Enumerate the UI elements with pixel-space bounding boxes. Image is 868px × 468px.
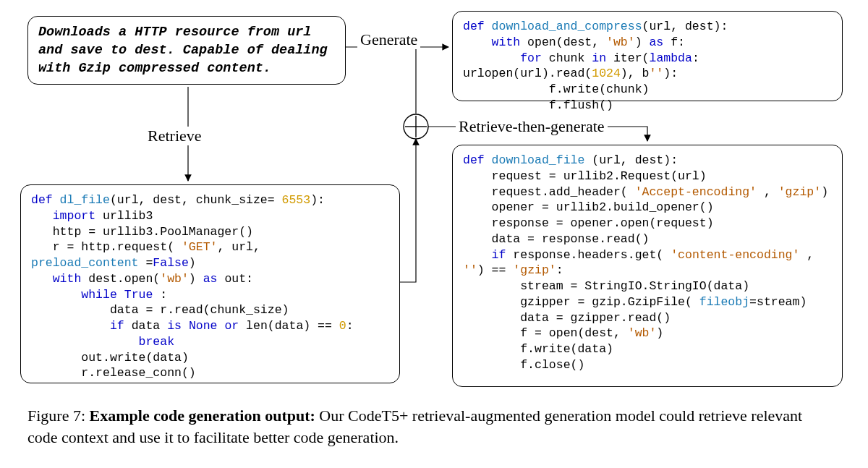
prompt-text: Downloads a HTTP resource from url and s…: [38, 25, 328, 76]
label-retrieve-then-generate: Retrieve-then-generate: [456, 117, 608, 136]
svg-point-3: [404, 114, 428, 139]
rtg-code: def download_file (url, dest): request =…: [463, 153, 832, 373]
retrieved-code-box: def dl_file(url, dest, chunk_size= 6553)…: [20, 184, 400, 383]
caption-figlabel: Figure 7:: [27, 407, 90, 425]
label-retrieve: Retrieve: [145, 127, 205, 145]
prompt-box: Downloads a HTTP resource from url and s…: [27, 16, 346, 85]
retrieve-code: def dl_file(url, dest, chunk_size= 6553)…: [31, 192, 389, 381]
generate-code: def download_and_compress(url, dest): wi…: [463, 19, 832, 114]
caption-bold: Example code generation output:: [90, 407, 315, 425]
retrieve-then-generate-box: def download_file (url, dest): request =…: [452, 145, 843, 387]
label-generate: Generate: [357, 30, 420, 49]
generate-output-box: def download_and_compress(url, dest): wi…: [452, 11, 843, 101]
figure-caption: Figure 7: Example code generation output…: [27, 405, 830, 448]
